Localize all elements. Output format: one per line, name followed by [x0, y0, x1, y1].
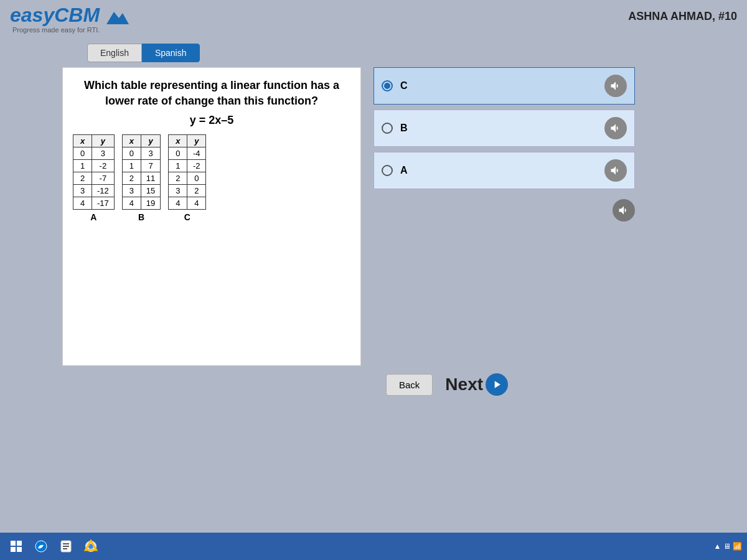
table-b-wrapper: x y 03 17 211 315 419 B	[122, 134, 161, 222]
back-button[interactable]: Back	[386, 374, 433, 396]
table-c-wrapper: x y 0-4 1-2 20 32 44 C	[168, 134, 206, 222]
speaker-icon-b	[609, 122, 622, 134]
answer-choice-b[interactable]: B	[374, 110, 635, 147]
svg-rect-2	[17, 541, 22, 546]
table-row: 44	[169, 197, 206, 210]
taskbar-notepad-icon[interactable]	[55, 535, 77, 558]
tagline: Progress made easy for RTI.	[12, 26, 129, 34]
svg-rect-1	[11, 541, 16, 546]
chrome-icon	[84, 539, 98, 553]
tables-container: x y 03 1-2 2-7 3-12 4-17 A	[73, 134, 350, 222]
svg-marker-0	[106, 12, 129, 24]
user-info: ASHNA AHMAD, #10	[628, 10, 737, 23]
table-a-label: A	[90, 212, 96, 222]
table-row: 3-12	[73, 185, 115, 197]
table-row: 17	[122, 160, 160, 172]
nav-buttons: Back Next	[386, 373, 747, 396]
logo-line: easyCBM	[10, 5, 129, 25]
svg-rect-3	[11, 547, 16, 552]
table-b-label: B	[138, 212, 144, 222]
header: easyCBM Progress made easy for RTI. ASHN…	[0, 0, 747, 34]
taskbar-edge-icon[interactable]	[30, 535, 52, 558]
speaker-icon-a	[609, 164, 622, 177]
table-c-header-y: y	[187, 135, 206, 147]
audio-button-c[interactable]	[604, 75, 627, 97]
svg-rect-9	[63, 548, 67, 549]
taskbar: ▲ 🖥 📶	[0, 533, 747, 560]
next-label: Next	[445, 375, 483, 394]
table-row: 32	[169, 185, 206, 197]
answer-choice-a[interactable]: A	[374, 152, 635, 189]
radio-c[interactable]	[382, 80, 393, 91]
table-row: 4-17	[73, 197, 115, 210]
svg-rect-4	[17, 547, 22, 552]
function-equation: y = 2x–5	[73, 114, 350, 127]
table-row: 03	[73, 147, 115, 160]
answer-panel: C B A	[374, 67, 635, 222]
table-row: 2-7	[73, 172, 115, 185]
radio-b[interactable]	[382, 123, 393, 134]
taskbar-chrome-icon[interactable]	[80, 535, 102, 558]
answer-choice-c[interactable]: C	[374, 67, 635, 105]
svg-rect-8	[63, 546, 69, 547]
arrow-right-icon	[491, 378, 503, 391]
audio-button-b[interactable]	[604, 117, 627, 139]
table-row: 419	[122, 197, 160, 210]
radio-a[interactable]	[382, 165, 393, 176]
next-arrow-icon	[486, 373, 508, 396]
table-row: 03	[122, 147, 160, 160]
radio-dot-c	[384, 83, 390, 89]
table-b: x y 03 17 211 315 419	[122, 134, 161, 210]
main-area: Which table representing a linear functi…	[62, 67, 747, 366]
question-text: Which table representing a linear functi…	[73, 78, 350, 109]
table-a-header-y: y	[92, 135, 115, 147]
taskbar-wifi-icon: ▲ 🖥 📶	[713, 542, 742, 551]
notepad-icon	[59, 539, 73, 553]
table-row: 211	[122, 172, 160, 185]
table-a: x y 03 1-2 2-7 3-12 4-17	[73, 134, 115, 210]
tab-english[interactable]: English	[87, 44, 142, 62]
table-row: 1-2	[73, 160, 115, 172]
table-b-header-x: x	[122, 135, 141, 147]
table-row: 315	[122, 185, 160, 197]
audio-button-main[interactable]	[613, 199, 635, 222]
logo-text: easyCBM	[10, 5, 129, 25]
table-c-label: C	[184, 212, 190, 222]
edge-icon	[34, 539, 48, 553]
table-c: x y 0-4 1-2 20 32 44	[168, 134, 206, 210]
choice-label-b: B	[400, 123, 408, 134]
speaker-icon-main	[618, 204, 630, 217]
tab-spanish[interactable]: Spanish	[142, 44, 200, 62]
speaker-icon-c	[609, 80, 622, 92]
choice-label-c: C	[400, 80, 408, 91]
table-a-wrapper: x y 03 1-2 2-7 3-12 4-17 A	[73, 134, 115, 222]
logo-area: easyCBM Progress made easy for RTI.	[10, 5, 129, 34]
bottom-audio-area	[374, 199, 635, 222]
lang-tabs: English Spanish	[87, 44, 747, 62]
table-row: 1-2	[169, 160, 206, 172]
table-b-header-y: y	[141, 135, 160, 147]
table-c-header-x: x	[169, 135, 187, 147]
logo-cbm: CBM	[54, 4, 100, 26]
table-row: 20	[169, 172, 206, 185]
grid-icon	[10, 540, 22, 553]
table-row: 0-4	[169, 147, 206, 160]
question-panel: Which table representing a linear functi…	[62, 67, 361, 366]
logo-mountain-icon	[106, 9, 129, 24]
choice-label-a: A	[400, 165, 408, 176]
audio-button-a[interactable]	[604, 159, 627, 182]
taskbar-right: ▲ 🖥 📶	[713, 542, 742, 551]
taskbar-grid-icon[interactable]	[5, 535, 27, 558]
svg-rect-7	[63, 543, 69, 544]
next-button[interactable]: Next	[445, 373, 508, 396]
table-a-header-x: x	[73, 135, 92, 147]
